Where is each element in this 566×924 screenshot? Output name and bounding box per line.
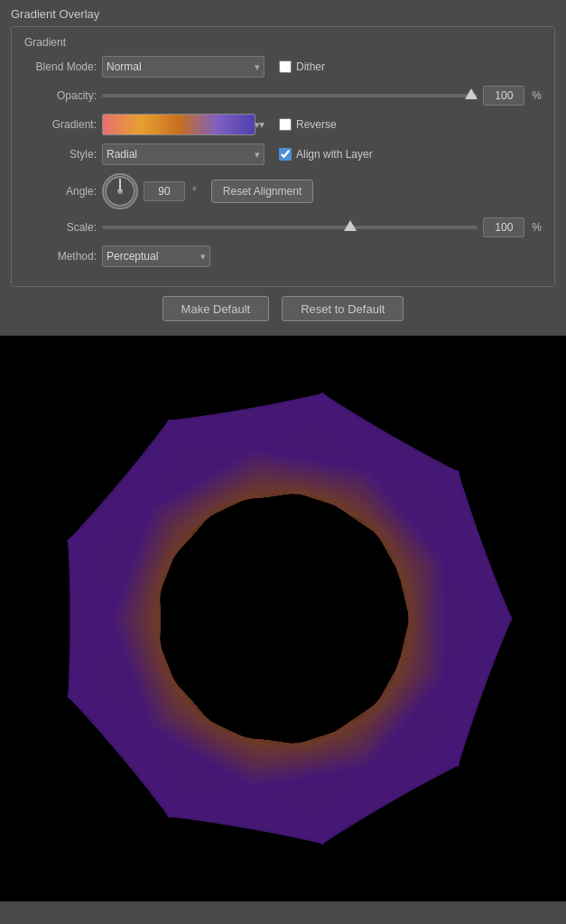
angle-dial[interactable] (102, 173, 138, 209)
gradient-dropdown-arrow[interactable]: ▾ (259, 118, 264, 131)
method-row: Method: Perceptual Linear Classic (24, 245, 542, 267)
angle-dial-svg (104, 175, 136, 208)
dither-checkbox[interactable] (279, 60, 292, 73)
svg-point-2 (117, 189, 123, 194)
scale-row: Scale: % (24, 217, 542, 237)
reverse-label: Reverse (296, 118, 337, 131)
angle-row: Angle: ° Reset Alignment (24, 173, 542, 209)
reset-to-default-button[interactable]: Reset to Default (282, 296, 404, 321)
dither-checkbox-wrap: Dither (279, 60, 325, 73)
opacity-label: Opacity: (24, 89, 97, 102)
opacity-slider[interactable] (102, 94, 478, 97)
opacity-row: Opacity: % (24, 86, 542, 106)
angle-unit: ° (192, 185, 197, 198)
gradient-swatch[interactable] (102, 114, 255, 135)
style-select-wrap[interactable]: Linear Radial Angle Reflected Diamond (102, 143, 264, 165)
align-layer-checkbox[interactable] (279, 148, 292, 161)
reverse-checkbox[interactable] (279, 118, 292, 131)
opacity-unit: % (532, 89, 542, 102)
blend-mode-label: Blend Mode: (24, 60, 97, 73)
gradient-row: Gradient: ▾ Reverse (24, 114, 542, 135)
align-layer-checkbox-wrap: Align with Layer (279, 148, 373, 161)
scale-slider[interactable] (102, 226, 478, 229)
blend-mode-select[interactable]: Normal Dissolve Multiply Screen Overlay (102, 56, 264, 78)
opacity-input[interactable] (483, 86, 524, 106)
style-row: Style: Linear Radial Angle Reflected Dia… (24, 143, 542, 165)
method-select[interactable]: Perceptual Linear Classic (102, 245, 210, 267)
method-select-wrap[interactable]: Perceptual Linear Classic (102, 245, 210, 267)
spirograph-canvas (0, 336, 566, 901)
scale-label: Scale: (24, 221, 97, 234)
reverse-checkbox-wrap: Reverse (279, 118, 337, 131)
angle-label: Angle: (24, 185, 97, 198)
scale-slider-wrap (102, 218, 478, 236)
dither-label: Dither (296, 60, 325, 73)
opacity-slider-wrap (102, 87, 478, 105)
make-default-button[interactable]: Make Default (162, 296, 270, 321)
group-label: Gradient (24, 36, 542, 49)
style-select[interactable]: Linear Radial Angle Reflected Diamond (102, 143, 264, 165)
scale-input[interactable] (483, 217, 524, 237)
gradient-overlay-panel: Gradient Overlay Gradient Blend Mode: No… (0, 0, 566, 336)
panel-title: Gradient Overlay (11, 7, 555, 21)
gradient-swatch-wrap[interactable]: ▾ (102, 114, 264, 135)
angle-input[interactable] (144, 181, 185, 201)
bottom-buttons: Make Default Reset to Default (11, 296, 555, 321)
method-label: Method: (24, 250, 97, 263)
canvas-area (0, 336, 566, 901)
gradient-group-box: Gradient Blend Mode: Normal Dissolve Mul… (11, 26, 555, 287)
blend-mode-select-wrap[interactable]: Normal Dissolve Multiply Screen Overlay (102, 56, 264, 78)
blend-mode-row: Blend Mode: Normal Dissolve Multiply Scr… (24, 56, 542, 78)
reset-alignment-button[interactable]: Reset Alignment (211, 180, 313, 203)
align-layer-label: Align with Layer (296, 148, 373, 161)
scale-unit: % (532, 221, 542, 234)
gradient-label: Gradient: (24, 118, 97, 131)
style-label: Style: (24, 148, 97, 161)
